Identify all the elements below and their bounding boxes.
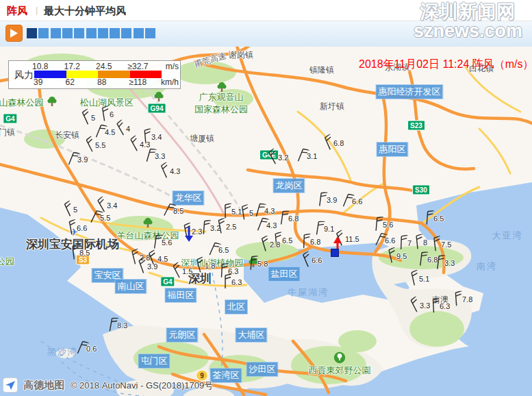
copyright-text: © 2018 AutoNavi - GS(2018)1709号	[71, 380, 213, 391]
wind-station: 6	[100, 106, 114, 124]
legend-bottom-value: 62	[66, 77, 75, 87]
district-label: 惠阳经济开发区	[377, 85, 443, 99]
wind-station: 0.6	[77, 341, 97, 358]
timeline-segment-2[interactable]	[38, 28, 49, 38]
wind-station: 8.5	[164, 203, 183, 221]
town-label: 新圩镇	[320, 101, 344, 112]
wind-station: 5.6	[373, 216, 393, 234]
legend-unit-ms: m/s	[166, 62, 179, 71]
timeline-segment-9[interactable]	[121, 28, 131, 38]
district-label: 盐田区	[269, 267, 300, 281]
legend-top-value: ≥32.7	[128, 62, 149, 71]
timeline-segment-4[interactable]	[62, 28, 73, 38]
legend-unit-kmh: km/h	[161, 77, 179, 87]
watermark-cn: 深圳新闻网	[414, 3, 522, 22]
district-label: 惠阳区	[377, 143, 408, 156]
wind-station: 6.8	[301, 234, 320, 251]
timeline-segment-5[interactable]	[74, 28, 84, 38]
wind-station: 1.5	[173, 263, 192, 281]
wind-station: 2.8	[260, 236, 280, 254]
wind-station: 6.6	[342, 193, 362, 211]
wind-station: 4.3	[160, 163, 180, 181]
wind-station: 3.9	[68, 151, 88, 169]
selected-station-marker[interactable]	[331, 249, 339, 257]
watermark-en: sznews.com	[414, 22, 522, 41]
town-label: 镇隆镇	[309, 64, 334, 76]
wind-station: 6.3	[222, 274, 242, 292]
legend-top-value: 17.2	[64, 62, 80, 71]
legend-bottom-value: 39	[34, 77, 42, 87]
wind-station: 5	[64, 201, 77, 219]
wind-station: 5.8	[248, 256, 268, 273]
legend-top-value: 10.8	[32, 62, 48, 71]
wind-station: 3.9	[317, 192, 337, 210]
wind-map-app: 阵风 | 最大十分钟平均风 深圳新闻网 sznews.com	[0, 0, 532, 396]
tab-separator: |	[36, 5, 38, 15]
map-canvas[interactable]: 山森林公园松山湖风景区广东观音山国家森林公园羊台山森林公园深圳仙湖植物园公园西貢…	[0, 47, 532, 396]
water-label: 黑沙湾	[47, 346, 78, 358]
play-icon	[10, 29, 18, 38]
town-label: 塘厦镇	[190, 133, 214, 145]
tree-icon	[143, 217, 153, 231]
district-label: 荃湾区	[211, 369, 242, 382]
road-badge-S30: S30	[412, 185, 430, 195]
district-label: 北区	[225, 300, 247, 314]
wind-station: 4	[116, 121, 130, 138]
park-label: 公园	[0, 256, 14, 268]
amap-logo-text: 高德地图	[23, 379, 64, 391]
timeline-segment-1[interactable]	[27, 28, 37, 38]
legend-bottom-value: ≥118	[129, 77, 147, 87]
district-label: 龙岗区	[274, 179, 305, 193]
wind-station: 6.6	[67, 220, 87, 238]
sznews-watermark: 深圳新闻网 sznews.com	[414, 3, 522, 40]
wind-station: 5	[240, 205, 253, 223]
district-label: 南山区	[116, 280, 147, 293]
wind-station: 8	[414, 234, 427, 252]
wind-station: 3.3	[435, 255, 455, 273]
district-label: 福田区	[166, 288, 197, 302]
town-label: 谢岗镇	[229, 49, 253, 61]
wind-scale-legend: 风力 10.817.224.5≥32.7396288≥118m/skm/h	[8, 60, 181, 89]
timeline-segment-8[interactable]	[110, 28, 120, 38]
wind-station: 6.8	[324, 135, 344, 153]
timeline-segment-11[interactable]	[145, 28, 155, 38]
town-label: 长安镇	[55, 129, 79, 141]
road-badge-S23: S23	[407, 121, 425, 131]
wind-station: 8.3	[107, 317, 127, 335]
wind-station: 5	[81, 110, 95, 127]
wind-station: 7.8	[453, 291, 472, 309]
timeline-segment-10[interactable]	[134, 28, 144, 38]
tree-icon	[47, 96, 58, 110]
wind-station: 3.9	[138, 258, 157, 276]
wind-station: 2.5	[216, 219, 236, 236]
water-label: 牛屎湖湾	[288, 286, 329, 299]
wind-station: 7	[398, 235, 411, 253]
tab-max-10min-average-wind[interactable]: 最大十分钟平均风	[44, 5, 126, 18]
district-label: 沙田区	[247, 362, 278, 376]
play-button[interactable]	[5, 25, 23, 42]
wind-station: 3.3	[410, 297, 430, 315]
district-label: 元朗区	[167, 328, 198, 342]
park-label: 山森林公园	[0, 97, 44, 109]
water-label: 大亚湾	[492, 230, 523, 242]
wind-station: 3.2	[268, 149, 288, 167]
min-wind-arrow-icon	[184, 227, 194, 245]
wind-station: 1.8	[195, 258, 215, 275]
wind-station: 6.8	[279, 210, 299, 228]
tab-gust[interactable]: 阵风	[7, 5, 27, 18]
legend-title: 风力	[14, 69, 34, 82]
wind-station: 5.5	[86, 137, 105, 155]
wind-station: 6.6	[302, 252, 322, 270]
road-badge-G94: G94	[148, 103, 166, 114]
town-label: 门镇	[0, 127, 15, 138]
timeline-segment-3[interactable]	[51, 28, 61, 38]
wind-station: 6.3	[430, 298, 450, 316]
road-badge-G4: G4	[3, 114, 17, 124]
timeline-segment-6[interactable]	[86, 28, 97, 38]
amap-logo-icon	[3, 378, 18, 393]
district-label: 大埔区	[236, 328, 267, 342]
wind-station: 5.1	[409, 271, 429, 288]
legend-bottom-value: 88	[97, 77, 106, 87]
park-label: 西貢東郊野公園	[309, 364, 371, 377]
timeline-segment-7[interactable]	[98, 28, 108, 38]
